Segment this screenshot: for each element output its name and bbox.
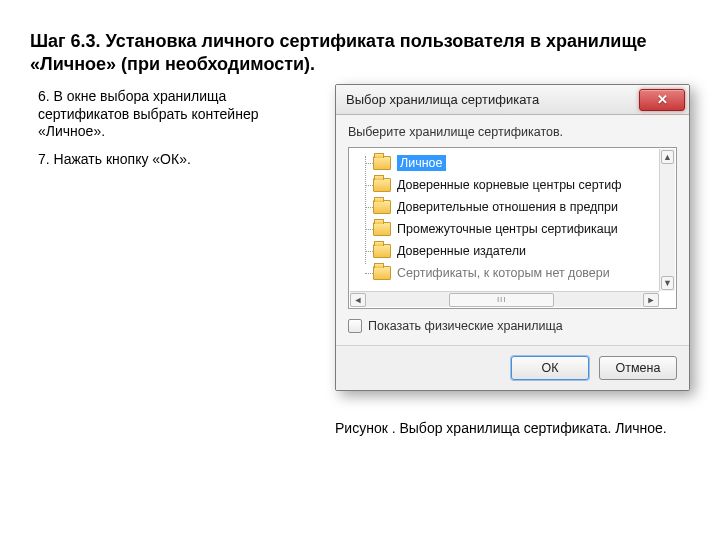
- tree-item-trusted-root[interactable]: Доверенные корневые центры сертиф: [359, 174, 674, 196]
- tree-item-untrusted[interactable]: Сертификаты, к которым нет довери: [359, 262, 674, 284]
- dialog-body: Выберите хранилище сертификатов. Личное …: [336, 115, 689, 345]
- tree-item-personal[interactable]: Личное: [359, 152, 674, 174]
- tree-item-label: Доверенные издатели: [397, 244, 526, 258]
- scroll-thumb[interactable]: III: [449, 293, 554, 307]
- scroll-track[interactable]: III: [366, 293, 643, 307]
- scroll-right-arrow-icon[interactable]: ►: [643, 293, 659, 307]
- certificate-store-dialog: Выбор хранилища сертификата ✕ Выберите х…: [335, 84, 690, 391]
- dialog-button-row: ОК Отмена: [336, 345, 689, 390]
- scroll-left-arrow-icon[interactable]: ◄: [350, 293, 366, 307]
- scroll-up-arrow-icon[interactable]: ▲: [661, 150, 674, 164]
- store-tree: Личное Доверенные корневые центры сертиф…: [348, 147, 677, 309]
- tree-item-label: Личное: [397, 155, 446, 171]
- show-physical-checkbox[interactable]: [348, 319, 362, 333]
- show-physical-row[interactable]: Показать физические хранилища: [348, 319, 677, 333]
- folder-icon: [373, 156, 391, 170]
- folder-icon: [373, 178, 391, 192]
- show-physical-label: Показать физические хранилища: [368, 319, 563, 333]
- tree-item-trusted-publishers[interactable]: Доверенные издатели: [359, 240, 674, 262]
- close-icon: ✕: [657, 93, 668, 106]
- tree-item-enterprise-trust[interactable]: Доверительные отношения в предпри: [359, 196, 674, 218]
- tree-item-label: Промежуточные центры сертификаци: [397, 222, 618, 236]
- scroll-down-arrow-icon[interactable]: ▼: [661, 276, 674, 290]
- instruction-step-6: 6. В окне выбора хранилища сертификатов …: [38, 88, 308, 141]
- ok-button[interactable]: ОК: [511, 356, 589, 380]
- tree-item-intermediate-ca[interactable]: Промежуточные центры сертификаци: [359, 218, 674, 240]
- instruction-step-7: 7. Нажать кнопку «ОК».: [38, 151, 308, 169]
- horizontal-scrollbar[interactable]: ◄ III ►: [350, 291, 659, 307]
- dialog-titlebar[interactable]: Выбор хранилища сертификата ✕: [336, 85, 689, 115]
- close-button[interactable]: ✕: [639, 89, 685, 111]
- dialog-title: Выбор хранилища сертификата: [346, 92, 539, 107]
- step-heading: Шаг 6.3. Установка личного сертификата п…: [30, 30, 690, 77]
- folder-icon: [373, 200, 391, 214]
- tree-item-label: Доверительные отношения в предпри: [397, 200, 618, 214]
- folder-icon: [373, 222, 391, 236]
- tree-item-label: Сертификаты, к которым нет довери: [397, 266, 610, 280]
- figure-caption: Рисунок . Выбор хранилища сертификата. Л…: [335, 420, 695, 436]
- folder-icon: [373, 266, 391, 280]
- cancel-button[interactable]: Отмена: [599, 356, 677, 380]
- folder-icon: [373, 244, 391, 258]
- tree-item-label: Доверенные корневые центры сертиф: [397, 178, 621, 192]
- instructions-block: 6. В окне выбора хранилища сертификатов …: [38, 88, 308, 178]
- vertical-scrollbar[interactable]: ▲ ▼: [659, 149, 675, 291]
- dialog-prompt: Выберите хранилище сертификатов.: [348, 125, 677, 139]
